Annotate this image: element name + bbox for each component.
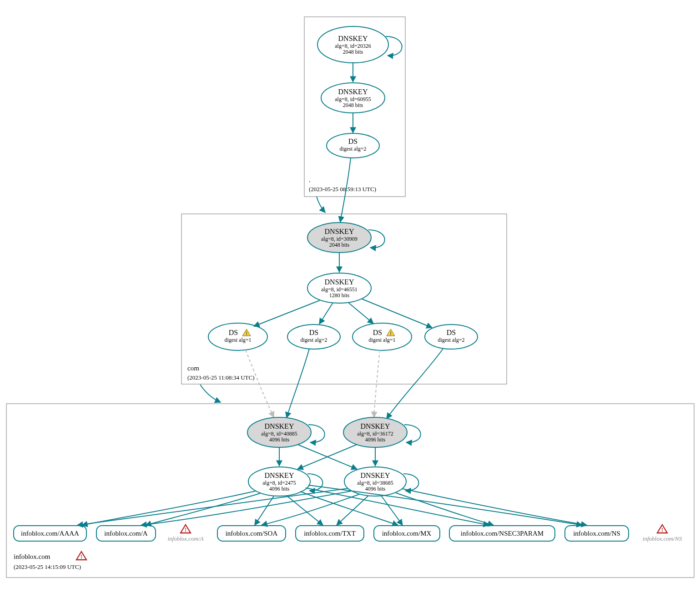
svg-text:DNSKEY: DNSKEY <box>361 471 390 479</box>
svg-text:infoblox.com/SOA: infoblox.com/SOA <box>226 530 278 537</box>
svg-text:4096 bits: 4096 bits <box>269 436 290 443</box>
rr-a: infoblox.com/A <box>96 526 156 541</box>
svg-text:DNSKEY: DNSKEY <box>325 278 354 286</box>
svg-text:4096 bits: 4096 bits <box>365 486 386 492</box>
svg-text:alg=8, id=46551: alg=8, id=46551 <box>321 286 358 293</box>
node-root-ksk: DNSKEY alg=8, id=20326 2048 bits <box>317 26 388 63</box>
svg-text:4096 bits: 4096 bits <box>365 436 386 443</box>
svg-text:DNSKEY: DNSKEY <box>265 422 294 430</box>
rr-txt: infoblox.com/TXT <box>296 526 364 541</box>
rr-ns: infoblox.com/NS <box>565 526 629 541</box>
svg-text:DS: DS <box>373 329 382 336</box>
svg-text:2048 bits: 2048 bits <box>343 49 363 55</box>
svg-text:!: ! <box>246 330 247 336</box>
svg-text:digest alg=2: digest alg=2 <box>438 337 464 343</box>
zone-root-ts: (2023-05-25 08:59:13 UTC) <box>309 186 376 193</box>
svg-text:4096 bits: 4096 bits <box>269 486 290 492</box>
svg-text:infoblox.com/NS: infoblox.com/NS <box>573 530 620 537</box>
svg-text:DS: DS <box>348 137 358 145</box>
node-ib-ksk1: DNSKEY alg=8, id=40885 4096 bits <box>247 417 311 447</box>
node-com-ds1: DS digest alg=1 ! <box>208 323 267 350</box>
svg-text:alg=8, id=30909: alg=8, id=30909 <box>321 236 358 242</box>
svg-text:!: ! <box>81 553 82 560</box>
dnssec-graph: . (2023-05-25 08:59:13 UTC) com (2023-05… <box>0 0 700 593</box>
svg-text:infoblox.com/TXT: infoblox.com/TXT <box>304 530 356 537</box>
svg-text:digest alg=2: digest alg=2 <box>300 337 327 343</box>
svg-text:digest alg=1: digest alg=1 <box>368 337 395 343</box>
svg-text:!: ! <box>390 330 392 336</box>
node-ib-ksk2: DNSKEY alg=8, id=36172 4096 bits <box>343 417 407 447</box>
zone-root-label: . <box>309 176 311 183</box>
svg-text:infoblox.com/A: infoblox.com/A <box>104 530 148 537</box>
svg-text:DS: DS <box>229 329 238 336</box>
svg-text:DNSKEY: DNSKEY <box>325 228 354 235</box>
svg-text:DNSKEY: DNSKEY <box>338 35 368 42</box>
unknown-ns: ! <box>657 525 667 533</box>
svg-text:digest alg=1: digest alg=1 <box>224 337 251 343</box>
node-root-zsk: DNSKEY alg=8, id=60955 2048 bits <box>321 83 385 113</box>
svg-text:infoblox.com/A: infoblox.com/A <box>167 535 203 542</box>
svg-text:infoblox.com/NSEC3PARAM: infoblox.com/NSEC3PARAM <box>461 530 544 537</box>
svg-text:infoblox.com/MX: infoblox.com/MX <box>382 530 432 537</box>
svg-text:alg=8, id=60955: alg=8, id=60955 <box>335 96 371 102</box>
zone-infoblox-ts: (2023-05-25 14:15:09 UTC) <box>14 563 81 570</box>
svg-text:DNSKEY: DNSKEY <box>338 88 368 96</box>
svg-text:DNSKEY: DNSKEY <box>265 471 294 479</box>
rr-mx: infoblox.com/MX <box>374 526 440 541</box>
zone-error-icon: ! <box>76 552 86 560</box>
node-com-ksk: DNSKEY alg=8, id=30909 2048 bits <box>307 223 371 253</box>
node-com-zsk: DNSKEY alg=8, id=46551 1280 bits <box>307 273 371 303</box>
svg-text:!: ! <box>185 527 186 533</box>
node-root-ds: DS digest alg=2 <box>327 133 379 158</box>
node-com-ds2: DS digest alg=2 <box>287 324 340 349</box>
svg-text:!: ! <box>661 527 663 533</box>
zone-com-ts: (2023-05-25 11:08:34 UTC) <box>187 374 255 381</box>
svg-text:2048 bits: 2048 bits <box>343 102 363 108</box>
svg-text:alg=8, id=2475: alg=8, id=2475 <box>262 480 296 486</box>
node-ib-zsk2: DNSKEY alg=8, id=38685 4096 bits <box>344 467 406 496</box>
svg-text:DNSKEY: DNSKEY <box>361 422 390 430</box>
svg-text:alg=8, id=36172: alg=8, id=36172 <box>357 431 393 437</box>
rr-soa: infoblox.com/SOA <box>217 526 286 541</box>
svg-text:1280 bits: 1280 bits <box>329 292 350 299</box>
svg-text:infoblox.com/AAAA: infoblox.com/AAAA <box>21 530 79 537</box>
unknown-a: ! <box>181 525 191 533</box>
svg-text:alg=8, id=20326: alg=8, id=20326 <box>335 43 371 49</box>
zone-com-label: com <box>187 365 199 372</box>
node-com-ds3: DS digest alg=1 ! <box>353 323 412 350</box>
svg-text:DS: DS <box>309 329 318 336</box>
svg-text:DS: DS <box>447 329 456 336</box>
rr-nsec3: infoblox.com/NSEC3PARAM <box>449 526 555 541</box>
svg-text:2048 bits: 2048 bits <box>329 242 350 248</box>
svg-text:digest alg=2: digest alg=2 <box>339 146 366 152</box>
zone-infoblox-label: infoblox.com <box>14 553 50 560</box>
svg-text:alg=8, id=38685: alg=8, id=38685 <box>357 480 393 486</box>
node-com-ds4: DS digest alg=2 <box>425 324 478 349</box>
rr-aaaa: infoblox.com/AAAA <box>14 526 86 541</box>
svg-text:infoblox.com/NS: infoblox.com/NS <box>643 535 682 542</box>
svg-text:alg=8, id=40885: alg=8, id=40885 <box>261 431 297 437</box>
